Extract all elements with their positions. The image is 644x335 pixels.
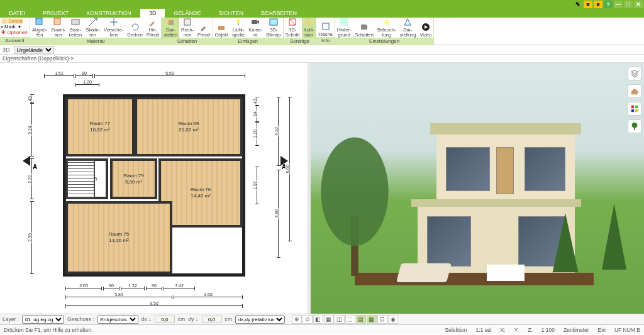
shadow-calc[interactable]: Rech-nen bbox=[179, 18, 196, 38]
tree-icon[interactable] bbox=[628, 119, 641, 133]
close-button[interactable]: ✕ bbox=[634, 1, 643, 8]
svg-rect-9 bbox=[252, 20, 257, 24]
insert-bitmap[interactable]: 3D-Bitmap bbox=[264, 18, 282, 38]
3d-section[interactable]: 3D-Schnitt bbox=[284, 18, 302, 38]
tab-3d[interactable]: 3D bbox=[140, 9, 165, 18]
svg-rect-18 bbox=[631, 106, 634, 108]
area-info[interactable]: Fläche bbox=[316, 18, 335, 37]
shadow-brush[interactable]: Pinsel bbox=[196, 18, 212, 38]
help-icon[interactable]: ? bbox=[604, 1, 613, 8]
tab-konstruktion[interactable]: KONSTRUKTION bbox=[77, 9, 140, 18]
tab-datei[interactable]: DATEI bbox=[0, 9, 34, 18]
bg-brush[interactable]: Hin.Pinsel bbox=[145, 18, 161, 38]
svg-rect-6 bbox=[218, 26, 225, 30]
svg-rect-12 bbox=[323, 23, 329, 30]
svg-point-14 bbox=[384, 19, 389, 25]
svg-rect-1 bbox=[54, 18, 60, 25]
maximize-button[interactable]: □ bbox=[624, 1, 633, 8]
material-pick[interactable]: Abgrei-fen bbox=[30, 18, 49, 38]
snap-btn-5[interactable]: ◫ bbox=[335, 315, 345, 324]
svg-rect-0 bbox=[36, 18, 42, 25]
settings-bg[interactable]: Hinter-grund bbox=[335, 18, 353, 38]
minimize-button[interactable]: — bbox=[614, 1, 623, 8]
layer-select[interactable]: 01_ug.eg.og bbox=[22, 316, 64, 324]
settings-video[interactable]: Video bbox=[418, 18, 433, 38]
3d-view[interactable] bbox=[311, 63, 644, 314]
tab-projekt[interactable]: PROJEKT bbox=[34, 9, 78, 18]
snap-btn-1[interactable]: ⊕ bbox=[292, 315, 302, 324]
material-move[interactable]: Verschie-ben bbox=[102, 18, 125, 38]
tab-sichten[interactable]: SICHTEN bbox=[209, 9, 252, 18]
properties-hint: Eigenschaften (Doppelklick)-> bbox=[0, 55, 644, 63]
svg-rect-20 bbox=[631, 109, 634, 112]
settings-light[interactable]: Beleuch-tung bbox=[375, 18, 398, 38]
collision[interactable]: Kolli-sion bbox=[302, 18, 316, 38]
svg-rect-4 bbox=[169, 20, 174, 25]
material-edit[interactable]: Bear-beiten bbox=[67, 18, 84, 38]
svg-rect-2 bbox=[72, 19, 79, 25]
select-button[interactable]: ☞ Selekt bbox=[1, 18, 23, 24]
terrain-select[interactable]: Urgelände bbox=[14, 46, 54, 54]
svg-rect-11 bbox=[308, 19, 310, 25]
layers-icon[interactable] bbox=[628, 67, 641, 80]
svg-point-17 bbox=[321, 138, 388, 246]
svg-rect-19 bbox=[635, 106, 638, 108]
settings-display[interactable]: Dar-stellung bbox=[398, 18, 418, 38]
material-assign[interactable]: Zuwei-sen bbox=[49, 18, 67, 38]
svg-rect-21 bbox=[635, 109, 638, 112]
house-icon[interactable] bbox=[628, 84, 641, 98]
snap-btn-2[interactable]: ⊙ bbox=[303, 315, 313, 324]
color-icon[interactable]: ■ bbox=[584, 1, 592, 8]
dx-input[interactable] bbox=[155, 316, 175, 323]
insert-light[interactable]: Licht-quelle bbox=[230, 18, 247, 38]
svg-rect-23 bbox=[634, 128, 635, 130]
snap-btn-8[interactable]: ▦ bbox=[367, 315, 377, 324]
snap-btn-7[interactable]: ▤ bbox=[356, 315, 366, 324]
insert-camera[interactable]: Kame-ra bbox=[247, 18, 264, 38]
floor-select[interactable]: Erdgeschos bbox=[97, 316, 138, 324]
tab-gelaende[interactable]: GELÄNDE bbox=[165, 9, 209, 18]
settings-shadow[interactable]: Schatten bbox=[353, 18, 375, 38]
material-scale[interactable]: Skalie-ren bbox=[84, 18, 102, 38]
dy-input[interactable] bbox=[202, 316, 222, 323]
ribbon-tabs: DATEI PROJEKT KONSTRUKTION 3D GELÄNDE SI… bbox=[0, 9, 644, 18]
floorplan-view[interactable]: Raum 7710,82 m² Raum 6921,02 m² Raum 795… bbox=[0, 63, 308, 314]
svg-rect-13 bbox=[340, 18, 348, 26]
insert-object[interactable]: Objekt bbox=[213, 18, 231, 38]
svg-point-7 bbox=[236, 19, 240, 23]
coord-mode[interactable]: dx,dy (relativ ka bbox=[235, 316, 285, 324]
status-hint: Drücken Sie F1, um Hilfe zu erhalten. bbox=[4, 327, 92, 333]
material-rotate[interactable]: Drehen bbox=[125, 18, 145, 38]
svg-rect-5 bbox=[184, 19, 191, 25]
options-button[interactable]: ✚ Optionen bbox=[1, 30, 28, 35]
coord-bar: Layer : 01_ug.eg.og Geschoss : Erdgescho… bbox=[0, 314, 644, 324]
pencil-icon[interactable]: ✎ bbox=[574, 1, 582, 8]
snap-btn-10[interactable]: ◉ bbox=[388, 315, 398, 324]
shadow-show[interactable]: Dar-stellen bbox=[162, 18, 179, 38]
view-mode: 3D bbox=[3, 47, 10, 53]
color2-icon[interactable]: ■ bbox=[594, 1, 602, 8]
snap-btn-4[interactable]: ▦ bbox=[324, 315, 334, 324]
palette-icon[interactable] bbox=[628, 102, 641, 116]
ribbon: ☞ Selekt ▪ Mark. ▾ ✚ Optionen Auswahl Ab… bbox=[0, 18, 644, 45]
svg-rect-10 bbox=[270, 19, 277, 25]
snap-btn-6[interactable]: ⬚ bbox=[345, 315, 355, 324]
svg-point-22 bbox=[632, 123, 638, 128]
status-bar: Drücken Sie F1, um Hilfe zu erhalten. Se… bbox=[0, 324, 644, 334]
snap-btn-9[interactable]: ⊡ bbox=[377, 315, 387, 324]
mark-button[interactable]: ▪ Mark. ▾ bbox=[1, 24, 21, 30]
view-info-bar: 3D Urgelände bbox=[0, 45, 644, 55]
snap-btn-3[interactable]: ◧ bbox=[313, 315, 323, 324]
svg-rect-8 bbox=[238, 23, 239, 25]
tab-bearbeiten[interactable]: BEARBEITEN bbox=[252, 9, 306, 18]
